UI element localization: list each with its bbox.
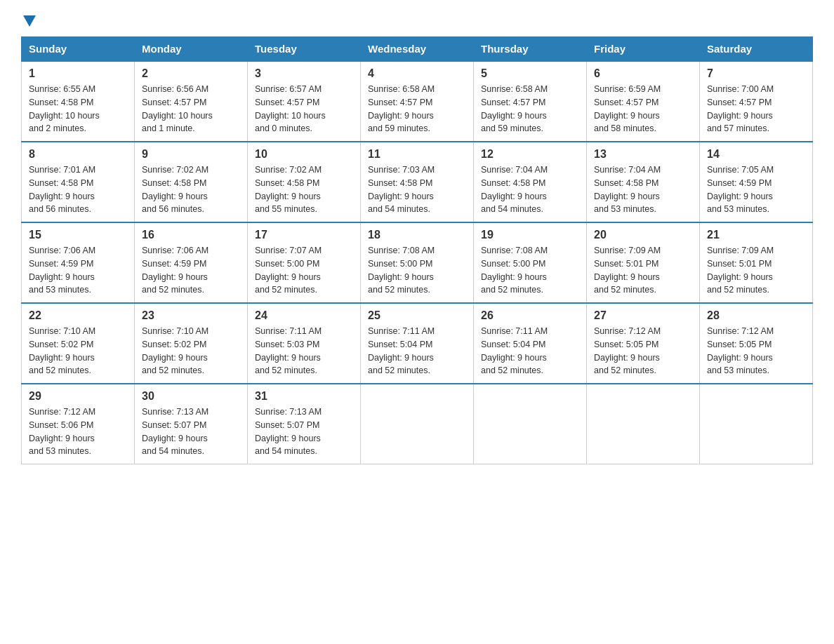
sunset-value: Sunset: 5:01 PM (707, 259, 772, 269)
daylight-label: Daylight: 9 hours (481, 353, 547, 363)
sunset-value: Sunset: 5:00 PM (481, 259, 545, 269)
daylight-label: Daylight: 9 hours (368, 192, 434, 201)
daylight-minutes: and 52 minutes. (142, 285, 204, 295)
daylight-label: Daylight: 9 hours (142, 353, 208, 363)
daylight-minutes: and 52 minutes. (594, 365, 656, 375)
day-number: 14 (707, 148, 805, 161)
sunrise-value: Sunrise: 6:55 AM (29, 84, 95, 94)
sunrise-value: Sunrise: 7:10 AM (142, 326, 208, 336)
sunrise-value: Sunrise: 7:00 AM (707, 84, 774, 94)
daylight-minutes: and 57 minutes. (707, 123, 769, 133)
day-number: 25 (368, 309, 466, 322)
daylight-label: Daylight: 9 hours (29, 353, 95, 363)
sunset-value: Sunset: 5:03 PM (255, 340, 319, 349)
daylight-label: Daylight: 9 hours (594, 272, 660, 282)
sunset-value: Sunset: 5:00 PM (368, 259, 432, 269)
calendar-cell: 11Sunrise: 7:03 AMSunset: 4:58 PMDayligh… (361, 142, 474, 222)
calendar-cell: 5Sunrise: 6:58 AMSunset: 4:57 PMDaylight… (474, 61, 587, 142)
day-info: Sunrise: 7:00 AMSunset: 4:57 PMDaylight:… (707, 83, 805, 135)
logo-triangle (23, 15, 36, 27)
daylight-label: Daylight: 9 hours (255, 192, 321, 201)
sunset-value: Sunset: 4:59 PM (707, 178, 772, 188)
sunset-value: Sunset: 4:57 PM (707, 98, 772, 107)
daylight-label: Daylight: 9 hours (142, 434, 208, 443)
calendar-cell: 9Sunrise: 7:02 AMSunset: 4:58 PMDaylight… (135, 142, 248, 222)
day-info: Sunrise: 7:07 AMSunset: 5:00 PMDaylight:… (255, 244, 353, 297)
calendar-cell: 18Sunrise: 7:08 AMSunset: 5:00 PMDayligh… (361, 222, 474, 303)
day-info: Sunrise: 6:56 AMSunset: 4:57 PMDaylight:… (142, 83, 240, 135)
calendar-cell: 17Sunrise: 7:07 AMSunset: 5:00 PMDayligh… (248, 222, 361, 303)
daylight-label: Daylight: 9 hours (255, 353, 321, 363)
sunrise-value: Sunrise: 7:02 AM (255, 165, 322, 175)
day-info: Sunrise: 6:58 AMSunset: 4:57 PMDaylight:… (368, 83, 466, 135)
calendar-cell: 12Sunrise: 7:04 AMSunset: 4:58 PMDayligh… (474, 142, 587, 222)
day-info: Sunrise: 7:09 AMSunset: 5:01 PMDaylight:… (594, 244, 692, 297)
daylight-label: Daylight: 10 hours (142, 111, 213, 121)
calendar-cell: 8Sunrise: 7:01 AMSunset: 4:58 PMDaylight… (22, 142, 135, 222)
day-info: Sunrise: 6:59 AMSunset: 4:57 PMDaylight:… (594, 83, 692, 135)
daylight-minutes: and 53 minutes. (594, 204, 656, 214)
sunset-value: Sunset: 4:59 PM (29, 259, 93, 269)
sunrise-value: Sunrise: 7:01 AM (29, 165, 95, 175)
daylight-minutes: and 53 minutes. (707, 204, 769, 214)
sunrise-value: Sunrise: 7:06 AM (142, 246, 208, 255)
sunrise-value: Sunrise: 6:59 AM (594, 84, 661, 94)
calendar-cell (361, 384, 474, 464)
day-number: 18 (368, 229, 466, 241)
column-header-sunday: Sunday (22, 37, 135, 62)
column-header-tuesday: Tuesday (248, 37, 361, 62)
calendar-header-row: SundayMondayTuesdayWednesdayThursdayFrid… (22, 37, 813, 62)
calendar-week-row: 29Sunrise: 7:12 AMSunset: 5:06 PMDayligh… (22, 384, 813, 464)
calendar-cell: 4Sunrise: 6:58 AMSunset: 4:57 PMDaylight… (361, 61, 474, 142)
calendar-cell: 13Sunrise: 7:04 AMSunset: 4:58 PMDayligh… (587, 142, 700, 222)
daylight-minutes: and 0 minutes. (255, 123, 312, 133)
daylight-label: Daylight: 9 hours (594, 111, 660, 121)
daylight-label: Daylight: 9 hours (707, 111, 773, 121)
day-number: 2 (142, 67, 240, 80)
daylight-label: Daylight: 9 hours (368, 353, 434, 363)
column-header-friday: Friday (587, 37, 700, 62)
day-number: 6 (594, 67, 692, 80)
calendar-cell: 22Sunrise: 7:10 AMSunset: 5:02 PMDayligh… (22, 303, 135, 384)
day-info: Sunrise: 7:04 AMSunset: 4:58 PMDaylight:… (594, 163, 692, 216)
daylight-minutes: and 52 minutes. (142, 365, 204, 375)
sunset-value: Sunset: 4:58 PM (142, 178, 206, 188)
sunset-value: Sunset: 5:05 PM (594, 340, 658, 349)
day-info: Sunrise: 6:55 AMSunset: 4:58 PMDaylight:… (29, 83, 127, 135)
sunrise-value: Sunrise: 7:11 AM (368, 326, 435, 336)
calendar-cell: 29Sunrise: 7:12 AMSunset: 5:06 PMDayligh… (22, 384, 135, 464)
day-info: Sunrise: 7:08 AMSunset: 5:00 PMDaylight:… (481, 244, 579, 297)
sunset-value: Sunset: 5:06 PM (29, 420, 93, 430)
calendar-week-row: 8Sunrise: 7:01 AMSunset: 4:58 PMDaylight… (22, 142, 813, 222)
calendar-cell: 21Sunrise: 7:09 AMSunset: 5:01 PMDayligh… (700, 222, 813, 303)
daylight-minutes: and 53 minutes. (29, 446, 91, 456)
day-info: Sunrise: 7:09 AMSunset: 5:01 PMDaylight:… (707, 244, 805, 297)
sunset-value: Sunset: 4:58 PM (368, 178, 432, 188)
day-info: Sunrise: 7:06 AMSunset: 4:59 PMDaylight:… (29, 244, 127, 297)
sunrise-value: Sunrise: 7:07 AM (255, 246, 322, 255)
sunrise-value: Sunrise: 6:58 AM (368, 84, 435, 94)
daylight-label: Daylight: 10 hours (255, 111, 326, 121)
sunset-value: Sunset: 4:57 PM (481, 98, 545, 107)
day-number: 26 (481, 309, 579, 322)
day-info: Sunrise: 7:04 AMSunset: 4:58 PMDaylight:… (481, 163, 579, 216)
day-info: Sunrise: 7:02 AMSunset: 4:58 PMDaylight:… (255, 163, 353, 216)
calendar-cell (700, 384, 813, 464)
day-number: 31 (255, 390, 353, 403)
sunset-value: Sunset: 5:02 PM (29, 340, 93, 349)
sunset-value: Sunset: 5:01 PM (594, 259, 658, 269)
sunrise-value: Sunrise: 7:05 AM (707, 165, 774, 175)
sunrise-value: Sunrise: 7:11 AM (255, 326, 322, 336)
sunrise-value: Sunrise: 7:09 AM (707, 246, 774, 255)
day-number: 22 (29, 309, 127, 322)
day-info: Sunrise: 6:57 AMSunset: 4:57 PMDaylight:… (255, 83, 353, 135)
daylight-minutes: and 52 minutes. (594, 285, 656, 295)
day-number: 19 (481, 229, 579, 241)
sunrise-value: Sunrise: 6:57 AM (255, 84, 322, 94)
day-number: 15 (29, 229, 127, 241)
daylight-label: Daylight: 9 hours (481, 192, 547, 201)
sunrise-value: Sunrise: 7:12 AM (29, 407, 95, 417)
daylight-minutes: and 52 minutes. (255, 365, 317, 375)
daylight-minutes: and 52 minutes. (481, 285, 543, 295)
daylight-minutes: and 53 minutes. (29, 285, 91, 295)
